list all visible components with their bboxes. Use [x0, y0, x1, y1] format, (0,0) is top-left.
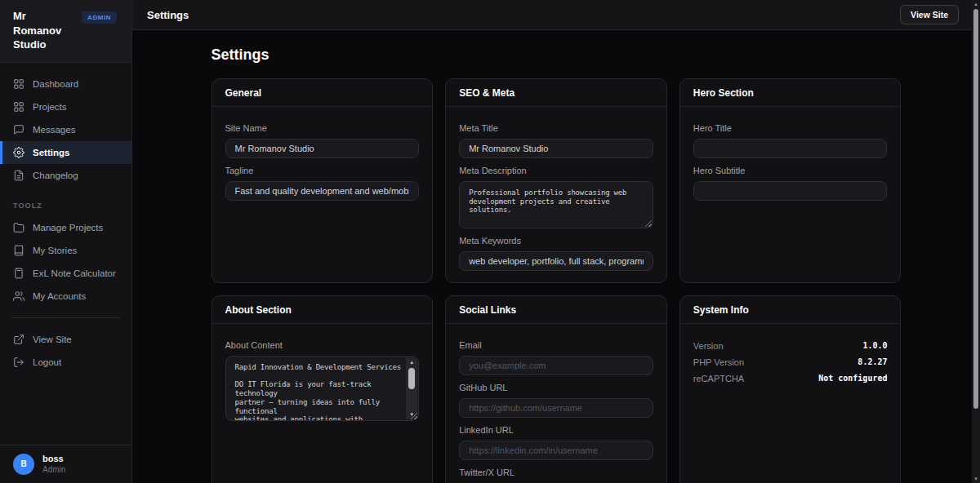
php-version-label: PHP Version: [693, 357, 744, 367]
field-twitter-url: Twitter/X URL: [459, 467, 653, 483]
card-about-title: About Section: [212, 296, 433, 324]
card-system-title: System Info: [680, 296, 901, 324]
sidebar-item-label: Changelog: [33, 171, 78, 180]
card-social-links: Social Links Email GitHub URL: [445, 295, 667, 483]
sidebar-item-label: Logout: [33, 357, 61, 367]
field-tagline: Tagline: [225, 166, 420, 201]
hero-title-input[interactable]: [693, 139, 888, 158]
sidebar-section-toolz: TOOLZ: [0, 187, 131, 216]
sidebar-item-messages[interactable]: Messages: [0, 118, 131, 141]
sidebar-divider: [11, 317, 120, 318]
sidebar-item-exl-note-calculator[interactable]: ExL Note Calculator: [0, 262, 131, 285]
topbar: Settings View Site: [132, 0, 980, 30]
grid-icon: [13, 78, 24, 90]
card-general: General Site Name Tagline: [212, 78, 434, 283]
message-icon: [13, 124, 24, 135]
sidebar-item-logout[interactable]: Logout: [0, 351, 131, 374]
scroll-down-icon[interactable]: ▼: [973, 475, 978, 483]
field-linkedin-url: LinkedIn URL: [459, 425, 653, 460]
card-hero-section: Hero Section Hero Title Hero Subtitle: [679, 78, 902, 283]
field-meta-description: Meta Description Professional portfolio …: [459, 166, 653, 228]
users-icon: [13, 290, 24, 302]
logout-icon: [13, 357, 24, 368]
app-window: Mr Romanov Studio ADMIN Dashboard Projec…: [0, 0, 980, 483]
field-hero-subtitle: Hero Subtitle: [693, 166, 888, 201]
field-github-url: GitHub URL: [459, 383, 653, 418]
user-name: boss: [42, 454, 65, 465]
field-meta-title: Meta Title: [459, 123, 653, 158]
sidebar-item-label: ExL Note Calculator: [33, 268, 116, 278]
meta-title-input[interactable]: [459, 139, 653, 158]
linkedin-url-label: LinkedIn URL: [459, 425, 653, 436]
topbar-title: Settings: [147, 9, 189, 21]
card-system-info: System Info Version 1.0.0 PHP Version 8.…: [679, 295, 902, 483]
sidebar-item-my-stories[interactable]: My Stories: [0, 239, 131, 262]
user-role: Admin: [42, 465, 65, 476]
sidebar-item-my-accounts[interactable]: My Accounts: [0, 285, 131, 308]
meta-title-label: Meta Title: [459, 123, 653, 134]
scroll-up-icon[interactable]: ▲: [973, 0, 978, 8]
system-row-recaptcha: reCAPTCHA Not configured: [693, 373, 888, 383]
system-row-version: Version 1.0.0: [693, 340, 888, 351]
hero-title-label: Hero Title: [693, 123, 888, 134]
card-seo-title: SEO & Meta: [446, 79, 666, 107]
scrollbar-thumb[interactable]: [973, 9, 978, 409]
system-row-php-version: PHP Version 8.2.27: [693, 357, 888, 367]
php-version-value: 8.2.27: [858, 357, 887, 366]
email-input[interactable]: [459, 356, 653, 375]
external-link-icon: [13, 334, 24, 345]
recaptcha-value: Not configured: [818, 374, 887, 383]
meta-keywords-input[interactable]: [459, 251, 653, 271]
meta-description-textarea[interactable]: Professional portfolio showcasing web de…: [459, 181, 653, 228]
about-content-label: About Content: [225, 340, 420, 351]
card-seo-meta: SEO & Meta Meta Title Meta Description P…: [445, 78, 667, 283]
sidebar-item-label: Messages: [33, 125, 75, 135]
site-name-input[interactable]: [225, 139, 420, 158]
tablet-icon: [13, 268, 24, 279]
sidebar-item-label: Settings: [33, 148, 69, 157]
gear-icon: [13, 147, 24, 158]
content-area: Settings General Site Name Tagline: [132, 30, 980, 483]
linkedin-url-input[interactable]: [459, 441, 653, 460]
file-icon: [13, 170, 24, 181]
sidebar-nav: Dashboard Projects Messages Settings Cha…: [0, 63, 131, 374]
sidebar-item-manage-projects[interactable]: Manage Projects: [0, 216, 131, 239]
sidebar-item-view-site[interactable]: View Site: [0, 328, 131, 351]
github-url-input[interactable]: [459, 398, 653, 418]
sidebar-item-changelog[interactable]: Changelog: [0, 164, 131, 187]
sidebar-item-settings[interactable]: Settings: [0, 141, 131, 164]
card-general-title: General: [212, 79, 433, 107]
settings-grid: General Site Name Tagline: [212, 78, 902, 483]
tagline-label: Tagline: [225, 166, 420, 176]
page-scrollbar[interactable]: ▲ ▼: [972, 0, 980, 483]
folder-icon: [13, 222, 24, 233]
view-site-button[interactable]: View Site: [900, 5, 959, 24]
card-about-section: About Section About Content Rapid Innova…: [212, 295, 434, 483]
version-value: 1.0.0: [862, 341, 887, 350]
sidebar-item-dashboard[interactable]: Dashboard: [0, 73, 131, 95]
sidebar-item-label: Projects: [33, 102, 67, 112]
card-social-title: Social Links: [446, 296, 666, 324]
field-site-name: Site Name: [225, 123, 420, 158]
recaptcha-label: reCAPTCHA: [693, 374, 744, 383]
about-content-textarea[interactable]: Rapid Innovation & Development Services …: [225, 356, 420, 421]
site-name-label: Site Name: [225, 123, 420, 134]
grid-icon: [13, 101, 24, 113]
field-hero-title: Hero Title: [693, 123, 888, 158]
sidebar-spacer: [0, 374, 131, 445]
brand-name: Mr Romanov Studio: [13, 9, 77, 52]
sidebar-brand: Mr Romanov Studio ADMIN: [0, 0, 131, 63]
sidebar-item-projects[interactable]: Projects: [0, 95, 131, 118]
field-meta-keywords: Meta Keywords: [459, 236, 653, 271]
twitter-url-label: Twitter/X URL: [459, 467, 653, 478]
main-area: Settings View Site Settings General Site…: [132, 0, 980, 483]
textarea-scrollbar[interactable]: ▲ ▼: [406, 357, 417, 419]
sidebar-item-label: Dashboard: [33, 79, 78, 89]
page-title: Settings: [212, 47, 902, 64]
book-icon: [13, 245, 24, 256]
tagline-input[interactable]: [225, 181, 420, 201]
scroll-up-icon[interactable]: ▲: [409, 357, 414, 367]
scrollbar-thumb[interactable]: [408, 368, 415, 389]
hero-subtitle-input[interactable]: [693, 181, 888, 201]
sidebar-user[interactable]: B boss Admin: [0, 445, 131, 483]
